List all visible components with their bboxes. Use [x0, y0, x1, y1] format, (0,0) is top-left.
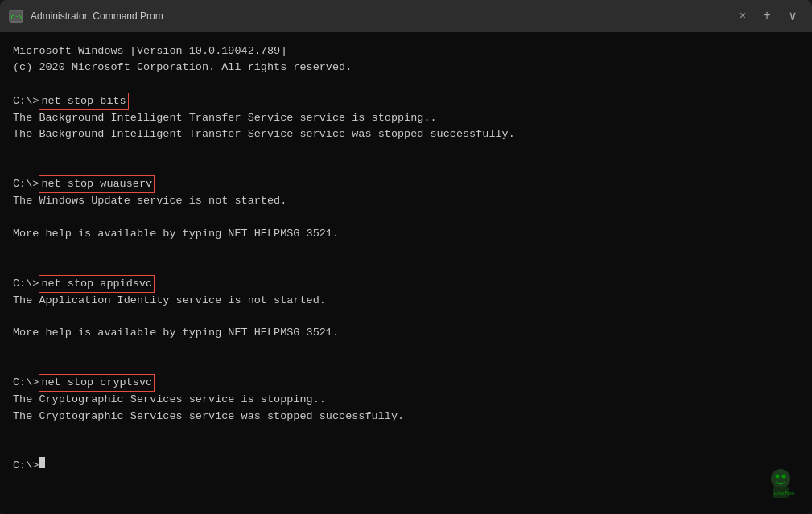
command-line-bits: C:\>net stop bits — [13, 93, 799, 110]
prompt-4: C:\> — [13, 375, 39, 391]
spacer-4 — [13, 210, 799, 226]
spacer-11 — [13, 441, 799, 457]
command-line-wuauserv: C:\>net stop wuauserv — [13, 175, 799, 193]
prompt-2: C:\> — [13, 176, 39, 192]
bits-stopping: The Background Intelligent Transfer Serv… — [13, 110, 799, 126]
spacer-8 — [13, 342, 799, 358]
cryptsvc-stopping: The Cryptographic Services service is st… — [13, 392, 799, 408]
svg-text:wsxfun: wsxfun — [774, 491, 794, 497]
command-bits: net stop bits — [39, 93, 128, 110]
spacer-7 — [13, 309, 799, 325]
terminal-window: C:\ Administrator: Command Prom × + ∨ Mi… — [0, 0, 812, 514]
copyright-line: (c) 2020 Microsoft Corporation. All righ… — [13, 60, 799, 76]
tabs-dropdown-button[interactable]: ∨ — [781, 5, 804, 27]
command-cryptsvc: net stop cryptsvc — [39, 374, 155, 392]
close-tab-button[interactable]: × — [733, 6, 752, 26]
appidsvc-result: The Application Identity service is not … — [13, 293, 799, 309]
add-tab-button[interactable]: + — [756, 5, 778, 27]
spacer-3 — [13, 159, 799, 175]
cursor — [39, 457, 45, 468]
spacer-9 — [13, 358, 799, 374]
current-prompt-line: C:\> — [13, 457, 799, 474]
titlebar-tabs: × + ∨ — [733, 5, 804, 27]
window-title: Administrator: Command Prom — [31, 10, 727, 22]
terminal-body[interactable]: Microsoft Windows [Version 10.0.19042.78… — [0, 32, 812, 514]
spacer-1 — [13, 76, 799, 93]
watermark: wsxfun — [760, 463, 801, 503]
svg-text:C:\: C:\ — [11, 14, 23, 21]
titlebar: C:\ Administrator: Command Prom × + ∨ — [0, 0, 812, 32]
spacer-6 — [13, 258, 799, 274]
version-line: Microsoft Windows [Version 10.0.19042.78… — [13, 43, 799, 60]
cryptsvc-stopped: The Cryptographic Services service was s… — [13, 409, 799, 425]
command-line-cryptsvc: C:\>net stop cryptsvc — [13, 374, 799, 392]
spacer-10 — [13, 425, 799, 441]
bits-stopped: The Background Intelligent Transfer Serv… — [13, 126, 799, 142]
helpmsg-1: More help is available by typing NET HEL… — [13, 226, 799, 242]
command-appidsvc: net stop appidsvc — [39, 275, 155, 293]
terminal-icon: C:\ — [8, 8, 24, 24]
wuauserv-result: The Windows Update service is not starte… — [13, 193, 799, 209]
prompt-5: C:\> — [13, 458, 39, 474]
svg-point-4 — [782, 475, 786, 479]
prompt-1: C:\> — [13, 93, 39, 109]
spacer-2 — [13, 143, 799, 159]
spacer-5 — [13, 242, 799, 258]
prompt-3: C:\> — [13, 276, 39, 292]
svg-point-2 — [771, 469, 790, 488]
helpmsg-2: More help is available by typing NET HEL… — [13, 325, 799, 341]
command-line-appidsvc: C:\>net stop appidsvc — [13, 275, 799, 293]
svg-point-3 — [776, 475, 780, 479]
command-wuauserv: net stop wuauserv — [39, 175, 155, 193]
